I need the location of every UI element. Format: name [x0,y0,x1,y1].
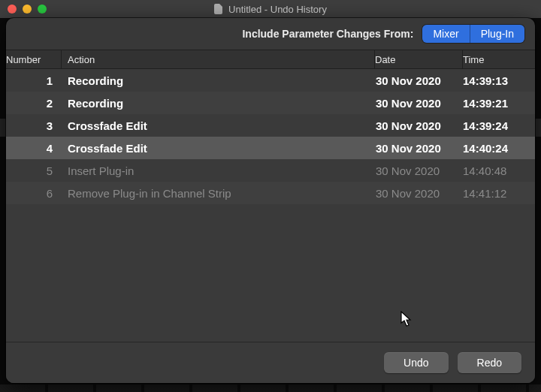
include-changes-label: Include Parameter Changes From: [242,28,413,40]
cell-date: 30 Nov 2020 [376,119,463,132]
minimize-window-button[interactable] [23,5,32,14]
column-header-date-label: Date [375,54,395,65]
cell-time: 14:41:12 [463,187,535,200]
cell-number: 3 [6,119,62,132]
undo-button[interactable]: Undo [384,352,448,373]
cell-number: 2 [6,97,62,110]
cell-action: Recording [62,97,376,110]
column-header-number-label: Number [6,54,41,65]
cell-date: 30 Nov 2020 [376,142,463,155]
top-controls: Include Parameter Changes From: Mixer Pl… [6,18,535,50]
close-window-button[interactable] [8,5,17,14]
include-changes-segmented: Mixer Plug-In [422,25,524,43]
cell-time: 14:40:24 [463,142,535,155]
window-title: Untitled - Undo History [228,4,327,15]
cell-date: 30 Nov 2020 [376,97,463,110]
cell-number: 1 [6,74,62,87]
window-titlebar: Untitled - Undo History [0,0,541,18]
table-row[interactable]: 4Crossfade Edit30 Nov 202014:40:24 [6,137,535,159]
zoom-window-button[interactable] [38,5,47,14]
mixer-toggle-button[interactable]: Mixer [422,25,469,43]
table-row[interactable]: 1Recording30 Nov 202014:39:13 [6,69,535,92]
cell-action: Remove Plug-in in Channel Strip [62,187,376,200]
cell-date: 30 Nov 2020 [376,74,463,87]
column-header-action[interactable]: Action [62,50,375,68]
cell-action: Crossfade Edit [62,142,376,155]
cell-number: 5 [6,164,62,177]
table-row[interactable]: 3Crossfade Edit30 Nov 202014:39:24 [6,114,535,137]
cell-number: 6 [6,187,62,200]
cell-time: 14:40:48 [463,164,535,177]
cell-time: 14:39:13 [463,74,535,87]
cell-action: Recording [62,74,376,87]
column-header-number[interactable]: Number [6,50,62,68]
table-row[interactable]: 5Insert Plug-in30 Nov 202014:40:48 [6,159,535,182]
document-icon [214,4,222,14]
column-header-time[interactable]: Time [463,50,535,68]
column-header-action-label: Action [68,54,95,65]
cell-date: 30 Nov 2020 [376,164,463,177]
table-row[interactable]: 6Remove Plug-in in Channel Strip30 Nov 2… [6,182,535,204]
column-header-date[interactable]: Date [375,50,463,68]
cell-date: 30 Nov 2020 [376,187,463,200]
cell-action: Crossfade Edit [62,119,376,132]
table-row[interactable]: 2Recording30 Nov 202014:39:21 [6,92,535,114]
cell-action: Insert Plug-in [62,164,376,177]
window-title-wrap: Untitled - Undo History [214,4,327,15]
cell-time: 14:39:24 [463,119,535,132]
table-body[interactable]: 1Recording30 Nov 202014:39:132Recording3… [6,69,535,342]
traffic-lights [8,0,47,18]
cell-number: 4 [6,142,62,155]
undo-history-dialog: Include Parameter Changes From: Mixer Pl… [6,18,535,383]
column-header-time-label: Time [463,54,484,65]
backdrop-thumbnails [0,384,541,392]
plugin-toggle-button[interactable]: Plug-In [470,25,524,43]
cell-time: 14:39:21 [463,97,535,110]
redo-button[interactable]: Redo [458,352,521,373]
dialog-footer: Undo Redo [6,342,535,383]
table-header: Number Action Date Time [6,50,535,69]
